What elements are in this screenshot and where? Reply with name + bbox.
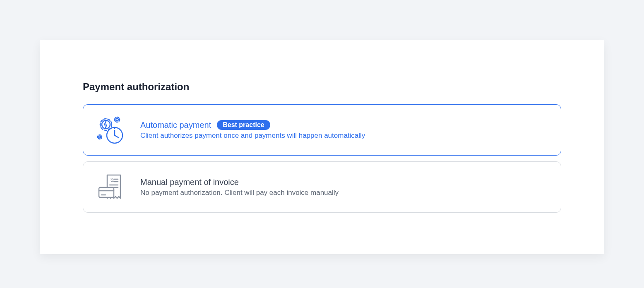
option-text: Automatic payment Best practice Client a… [140, 120, 365, 140]
best-practice-badge: Best practice [217, 120, 270, 130]
svg-point-5 [99, 136, 101, 138]
svg-rect-12 [99, 187, 114, 197]
section-title: Payment authorization [83, 81, 561, 93]
svg-text:$: $ [111, 177, 113, 183]
invoice-card-icon: $ [95, 171, 130, 203]
svg-point-3 [116, 118, 118, 121]
option-description: Client authorizes payment once and payme… [140, 132, 365, 140]
payment-options: Automatic payment Best practice Client a… [83, 104, 561, 213]
automation-gear-clock-icon [95, 114, 130, 146]
option-title-row: Manual payment of invoice [140, 178, 339, 187]
payment-authorization-card: Payment authorization [40, 40, 604, 254]
option-title-row: Automatic payment Best practice [140, 120, 365, 130]
option-description: No payment authorization. Client will pa… [140, 189, 339, 197]
option-text: Manual payment of invoice No payment aut… [140, 178, 339, 197]
option-automatic-payment[interactable]: Automatic payment Best practice Client a… [83, 104, 561, 156]
option-title: Manual payment of invoice [140, 178, 239, 187]
option-manual-payment[interactable]: $ Manual payment of invoice No payment a… [83, 161, 561, 213]
option-title: Automatic payment [140, 120, 211, 130]
